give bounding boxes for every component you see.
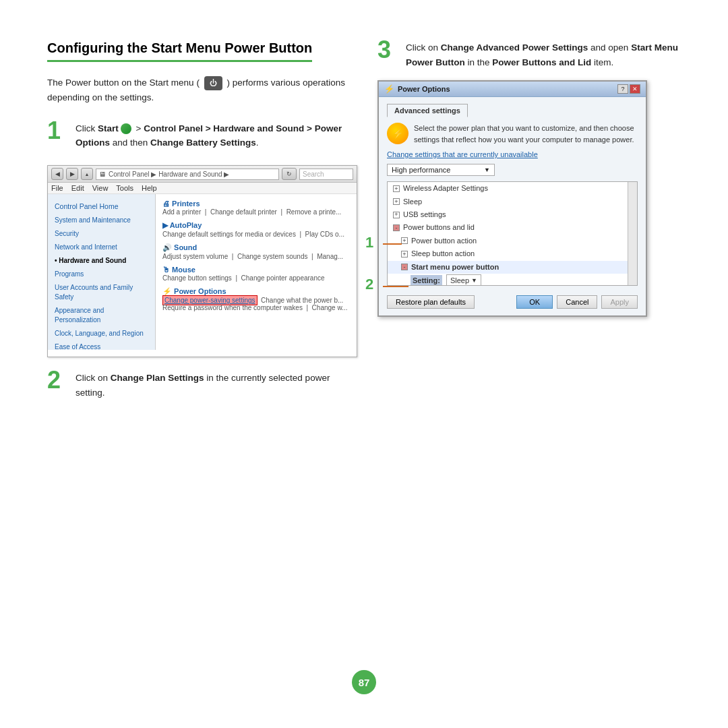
step-2-number: 2 [47, 368, 67, 392]
content-area: 🖨 Printers Add a printer | Change defaul… [156, 194, 357, 350]
plan-dropdown-wrapper: High performance ▼ [387, 164, 638, 176]
sidebar-security[interactable]: Security [48, 227, 155, 241]
description-text: Select the power plan that you want to c… [414, 123, 638, 145]
annotation-1: 1 [365, 234, 373, 251]
menu-file[interactable]: File [51, 184, 63, 192]
menu-view[interactable]: View [92, 184, 109, 192]
step-1: 1 Click Start > Control Panel > Hardware… [47, 121, 351, 150]
page-number: 87 [352, 670, 376, 694]
step-1-number: 1 [47, 119, 67, 143]
dialog-titlebar: ⚡ Power Options ? ✕ [379, 82, 646, 97]
main-area: Control Panel Home System and Maintenanc… [48, 194, 357, 350]
sidebar-ease[interactable]: Ease of Access [48, 340, 155, 354]
apply-btn[interactable]: Apply [601, 295, 638, 309]
section-title: Configuring the Start Menu Power Button [47, 40, 312, 62]
menu-tools[interactable]: Tools [116, 184, 133, 192]
sidebar-appearance[interactable]: Appearance and Personalization [48, 304, 155, 327]
tree-scrollbar[interactable] [628, 182, 637, 285]
up-btn[interactable]: ▲ [81, 168, 93, 180]
power-icon: ⚡ [387, 123, 408, 144]
tree-sleep: + Sleep [388, 195, 637, 208]
sidebar-control-panel-home[interactable]: Control Panel Home [48, 200, 155, 214]
tree-power-action: + Power button action [388, 235, 637, 247]
search-box[interactable]: Search [299, 169, 353, 180]
sidebar: Control Panel Home System and Maintenanc… [48, 194, 156, 350]
setting-value[interactable]: Sleep ▼ [446, 274, 481, 286]
tree-power-buttons: - Power buttons and lid [388, 221, 637, 234]
sidebar-clock[interactable]: Clock, Language, and Region [48, 327, 155, 340]
step-2: 2 Click on Change Plan Settings in the c… [47, 371, 351, 400]
forward-btn[interactable]: ▶ [66, 168, 78, 180]
sidebar-programs[interactable]: Programs [48, 268, 155, 281]
step-3-text: Click on Change Advanced Power Settings … [406, 40, 681, 69]
ok-btn[interactable]: OK [516, 295, 553, 309]
tree-wireless: + Wireless Adapter Settings [388, 182, 637, 195]
go-btn[interactable]: ↻ [282, 168, 297, 180]
change-settings-link[interactable]: Change settings that are currently unava… [387, 150, 638, 158]
dialog-title: ⚡ Power Options [384, 84, 450, 94]
dialog-body: Advanced settings ⚡ Select the power pla… [379, 97, 646, 315]
step-3-header: 3 Click on Change Advanced Power Setting… [377, 40, 681, 69]
dropdown-arrow: ▼ [484, 166, 490, 173]
step-3-number: 3 [377, 38, 398, 62]
menu-bar: File Edit View Tools Help [48, 183, 357, 194]
sound-item: 🔊 Sound Adjust system volume | Change sy… [162, 243, 350, 260]
autoplay-item: ▶ AutoPlay Change default settings for m… [162, 221, 350, 238]
sidebar-additional[interactable]: Additional Options [48, 354, 155, 357]
tree-setting-row: Setting: Sleep ▼ [388, 274, 637, 286]
address-bar: ◀ ▶ ▲ 🖥 Control Panel ▶ Hardware and Sou… [48, 166, 357, 183]
control-panel-screenshot: ◀ ▶ ▲ 🖥 Control Panel ▶ Hardware and Sou… [47, 165, 357, 357]
dialog-footer: Restore plan defaults OK Cancel Apply [387, 291, 638, 309]
sidebar-system[interactable]: System and Maintenance [48, 214, 155, 227]
tree-sleep-action: + Sleep button action [388, 247, 637, 260]
annotation-2: 2 [365, 276, 373, 293]
arrow-2 [383, 286, 408, 287]
settings-tree: + Wireless Adapter Settings + Sleep + US… [387, 181, 638, 286]
tab-bar: Advanced settings [387, 104, 638, 117]
power-options-item: ⚡ Power Options Change power-saving sett… [162, 287, 350, 311]
printers-item: 🖨 Printers Add a printer | Change defaul… [162, 200, 350, 216]
intro-paragraph: The Power button on the Start menu ( ⏻ )… [47, 75, 351, 105]
tree-usb: + USB settings [388, 208, 637, 221]
address-box: 🖥 Control Panel ▶ Hardware and Sound ▶ [96, 169, 279, 180]
mouse-item: 🖱 Mouse Change button settings | Change … [162, 266, 350, 282]
power-options-wrapper: 1 2 ⚡ Power Options ? ✕ [377, 80, 681, 317]
tree-start-menu-power: - Start menu power button [388, 261, 637, 274]
step-1-text: Click Start > Control Panel > Hardware a… [75, 121, 351, 150]
dialog-help-btn[interactable]: ? [617, 84, 628, 94]
restore-defaults-btn[interactable]: Restore plan defaults [387, 295, 475, 309]
tab-advanced-settings[interactable]: Advanced settings [387, 104, 468, 117]
menu-edit[interactable]: Edit [71, 184, 84, 192]
sidebar-network[interactable]: Network and Internet [48, 241, 155, 254]
back-btn[interactable]: ◀ [51, 168, 63, 180]
power-button-icon: ⏻ [204, 76, 222, 91]
sidebar-hardware[interactable]: Hardware and Sound [48, 254, 155, 268]
cancel-btn[interactable]: Cancel [557, 295, 597, 309]
dialog-controls: ? ✕ [617, 84, 640, 94]
step-2-text: Click on Change Plan Settings in the cur… [75, 371, 351, 400]
dialog-close-btn[interactable]: ✕ [630, 84, 640, 94]
arrow-1 [383, 243, 402, 245]
menu-help[interactable]: Help [142, 184, 157, 192]
dialog-description: ⚡ Select the power plan that you want to… [387, 123, 638, 145]
sidebar-user-accounts[interactable]: User Accounts and Family Safety [48, 281, 155, 304]
action-buttons: OK Cancel Apply [516, 295, 638, 309]
power-options-dialog: ⚡ Power Options ? ✕ Advanced settings [377, 80, 647, 317]
plan-dropdown[interactable]: High performance ▼ [387, 164, 495, 176]
